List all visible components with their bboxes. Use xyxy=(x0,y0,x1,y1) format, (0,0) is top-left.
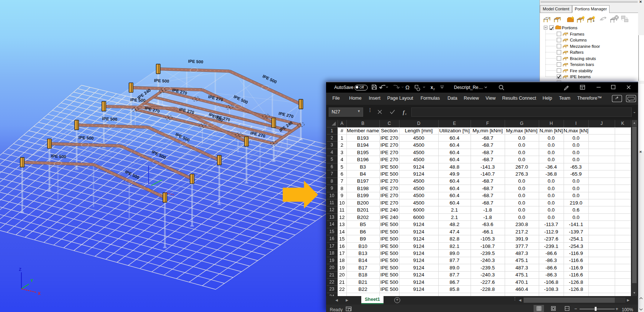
svg-text:Columns: Columns xyxy=(570,38,587,42)
svg-text:x: x xyxy=(431,85,433,90)
svg-text:Portions: Portions xyxy=(562,26,577,30)
svg-text:IPE 500: IPE 500 xyxy=(188,59,203,64)
svg-text:Mezzanine floor: Mezzanine floor xyxy=(570,44,600,49)
svg-text:IPE 500: IPE 500 xyxy=(51,154,66,159)
svg-text:Frames: Frames xyxy=(570,32,584,36)
svg-text:IPE 500: IPE 500 xyxy=(262,74,278,84)
svg-text:Bracing struts: Bracing struts xyxy=(570,56,596,61)
svg-text:X: X xyxy=(38,291,41,296)
svg-text:Z: Z xyxy=(19,267,21,272)
svg-text:IPE 500: IPE 500 xyxy=(151,149,167,160)
svg-text:x: x xyxy=(405,112,406,116)
svg-text:IPE 500: IPE 500 xyxy=(154,78,169,83)
svg-text:Rafters: Rafters xyxy=(570,50,584,54)
svg-text:IPE 500: IPE 500 xyxy=(78,135,93,140)
svg-text:Ω: Ω xyxy=(405,84,409,90)
svg-text:Y: Y xyxy=(30,278,33,283)
svg-text:Fire stability: Fire stability xyxy=(570,69,593,73)
svg-text:Tension bars: Tension bars xyxy=(570,62,594,67)
svg-text:IPE beams: IPE beams xyxy=(570,74,591,79)
svg-text:2: 2 xyxy=(433,87,435,91)
svg-text:IPE 500: IPE 500 xyxy=(102,116,117,122)
